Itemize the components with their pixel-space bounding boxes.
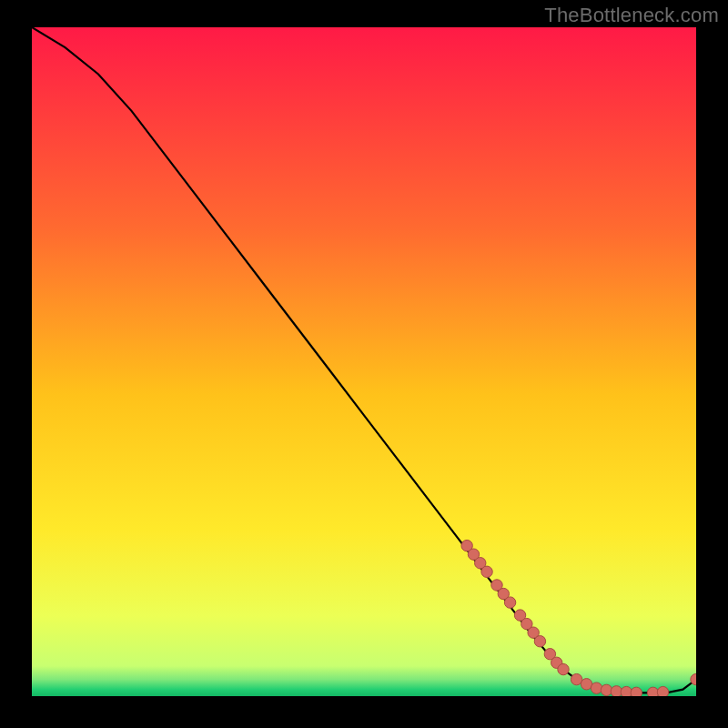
chart-frame: TheBottleneck.com [0, 0, 728, 728]
marker-group [461, 540, 696, 696]
plot-area [32, 27, 696, 696]
watermark-text: TheBottleneck.com [544, 4, 719, 27]
data-marker [631, 687, 642, 696]
curve-line [32, 27, 696, 693]
data-marker [591, 682, 602, 693]
data-marker [611, 686, 622, 696]
data-marker [481, 566, 492, 577]
data-marker [601, 684, 612, 695]
data-marker [504, 597, 515, 608]
data-marker [534, 636, 545, 647]
data-marker [558, 663, 569, 674]
plot-svg [32, 27, 696, 696]
data-marker [621, 686, 632, 696]
data-marker [657, 686, 668, 696]
